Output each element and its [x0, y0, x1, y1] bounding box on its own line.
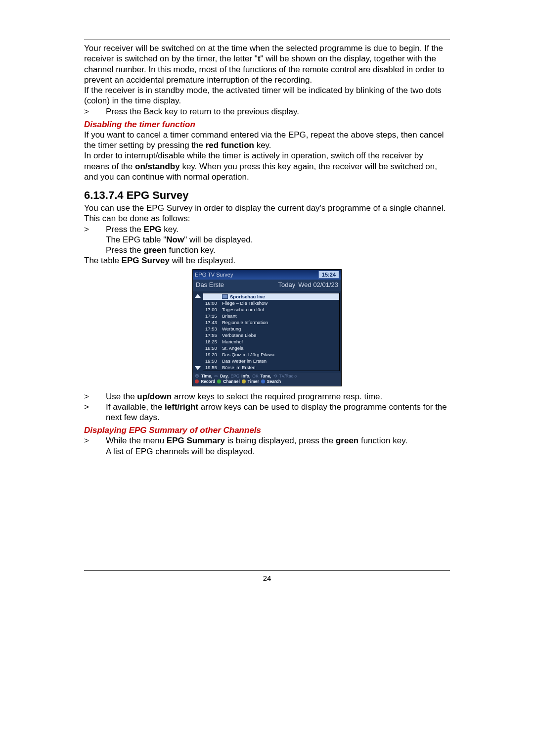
heading-disable-timer: Disabling the timer function [84, 120, 450, 130]
text: will be displayed. [170, 256, 235, 265]
heading-epg-survey: 6.13.7.4 EPG Survey [84, 189, 450, 202]
legend-day: Day, [220, 374, 228, 379]
disable-paragraph-2: In order to interrupt/disable while the … [84, 150, 450, 182]
footer: 24 [84, 570, 450, 582]
press-green-text: Press the green function key. [106, 245, 450, 255]
legend-timer: Timer [248, 379, 259, 384]
text: While the menu [106, 436, 167, 445]
epg-programme-row[interactable]: Sportschau live [203, 293, 339, 300]
list-marker: > [84, 391, 106, 402]
epg-legend: ⦿ Time, ⇔ Day, EPG Info, OK Tune, ⟲ TV/R… [193, 373, 341, 386]
epg-programme-row[interactable]: 19:50Das Wetter im Ersten [203, 358, 339, 364]
epg-row-time: 17:53 [205, 326, 222, 331]
epg-date: Wed 02/01/23 [298, 281, 338, 288]
legend-tune: Tune, [261, 374, 271, 379]
survey-intro: You can use the EPG Survey in order to d… [84, 203, 450, 224]
on-standby-label: on/standby [135, 162, 180, 171]
epg-programme-row[interactable]: 16:00Fliege – Die Talkshow [203, 300, 339, 306]
blue-dot-icon [261, 379, 265, 383]
back-key-row: > Press the Back key to return to the pr… [84, 106, 450, 117]
list-marker-empty [84, 235, 106, 245]
text: function key. [358, 436, 407, 445]
use-leftright-text: If available, the left/right arrow keys … [106, 402, 450, 423]
use-updown-text: Use the up/down arrow keys to select the… [106, 391, 450, 402]
list-marker: > [84, 435, 106, 446]
epg-programme-row[interactable]: 17:00Tagesschau um fünf [203, 306, 339, 313]
epg-clock: 15:24 [318, 271, 339, 279]
paragraph-receiver-on: Your receiver will be switched on at the… [84, 43, 450, 85]
manual-page: Your receiver will be switched on at the… [79, 40, 455, 582]
back-key-text: Press the Back key to return to the prev… [106, 106, 450, 117]
epg-programme-row[interactable]: 17:43Regionale Information [203, 319, 339, 326]
epg-now-text: The EPG table "Now" will be displayed. [106, 235, 450, 245]
press-green-row: Press the green function key. [84, 245, 450, 255]
list-marker: > [84, 402, 106, 423]
use-updown-row: > Use the up/down arrow keys to select t… [84, 391, 450, 402]
epg-scroll-arrows [194, 293, 201, 371]
epg-row-time: 17:15 [205, 313, 222, 319]
paragraph-standby: If the receiver is in standby mode, the … [84, 85, 450, 106]
use-leftright-row: > If available, the left/right arrow key… [84, 402, 450, 423]
epg-now-row: The EPG table "Now" will be displayed. [84, 235, 450, 245]
epg-row-title: Sportschau live [222, 294, 337, 299]
green-label: green [144, 245, 167, 255]
red-function-label: red function [206, 141, 254, 150]
legend-tvradio: TV/Radio [279, 374, 297, 379]
text: key. [161, 225, 178, 234]
epg-row-title: Fliege – Die Talkshow [222, 300, 337, 306]
legend-search: Search [267, 379, 281, 384]
arrow-up-icon[interactable] [195, 294, 201, 298]
epg-titlebar: EPG TV Survey 15:24 [193, 270, 341, 280]
epg-programme-row[interactable]: 18:50St. Angela [203, 345, 339, 351]
list-marker: > [84, 224, 106, 235]
epg-row-title: Verbotene Liebe [222, 332, 337, 338]
epg-row-time: 17:43 [205, 320, 222, 325]
epg-title: EPG TV Survey [195, 272, 233, 278]
other-channels-line2: A list of EPG channels will be displayed… [106, 446, 450, 457]
epg-row-time: 19:50 [205, 358, 222, 364]
other-channels-row: > While the menu EPG Summary is being di… [84, 435, 450, 446]
disable-paragraph-1: If you want to cancel a timer command en… [84, 130, 450, 151]
text: Use the [106, 392, 137, 401]
yellow-dot-icon [242, 379, 246, 383]
top-rule [84, 40, 450, 40]
epg-row-time: 17:55 [205, 332, 222, 338]
text: The table [84, 256, 122, 265]
legend-epg: EPG [230, 374, 239, 379]
epg-summary-label: EPG Summary [167, 436, 225, 445]
epg-row-title: Marienhof [222, 339, 337, 344]
epg-programme-row[interactable]: 17:15Brisant [203, 313, 339, 319]
text: is being displayed, press the [225, 436, 336, 445]
red-dot-icon [195, 379, 199, 383]
epg-row-title: Brisant [222, 313, 337, 319]
press-epg-text: Press the EPG key. [106, 224, 450, 235]
epg-list-area: Sportschau live16:00Fliege – Die Talksho… [193, 291, 341, 373]
epg-programme-row[interactable]: 19:55Börse im Ersten [203, 364, 339, 371]
text: function key. [167, 245, 216, 255]
legend-channel: Channel [223, 379, 240, 384]
list-marker: > [84, 106, 106, 117]
epg-today: Today [278, 281, 296, 288]
epg-programme-list[interactable]: Sportschau live16:00Fliege – Die Talksho… [203, 293, 340, 371]
epg-row-title: St. Angela [222, 345, 337, 351]
epg-subbar: Das Erste Today Wed 02/01/23 [193, 280, 341, 291]
epg-survey-label: EPG Survey [122, 256, 170, 265]
record-icon [222, 294, 228, 299]
epg-programme-row[interactable]: 17:53Werbung [203, 326, 339, 332]
epg-row-title: Werbung [222, 326, 337, 331]
epg-row-time [205, 294, 222, 299]
text: The EPG table " [106, 235, 166, 244]
epg-programme-row[interactable]: 19:20Das Quiz mit Jörg Pilawa [203, 351, 339, 358]
heading-other-channels: Displaying EPG Summary of other Channels [84, 425, 450, 435]
arrow-down-icon[interactable] [195, 366, 201, 370]
epg-programme-row[interactable]: 17:55Verbotene Liebe [203, 332, 339, 338]
epg-programme-row[interactable]: 18:25Marienhof [203, 338, 339, 345]
epg-key-label: EPG [144, 225, 162, 234]
epg-row-title: Regionale Information [222, 320, 337, 325]
text: key. [254, 141, 271, 150]
legend-ok: OK [252, 374, 258, 379]
epg-row-time: 18:25 [205, 339, 222, 344]
page-number: 24 [84, 574, 450, 582]
epg-screenshot: EPG TV Survey 15:24 Das Erste Today Wed … [192, 269, 342, 386]
legend-record: Record [201, 379, 215, 384]
